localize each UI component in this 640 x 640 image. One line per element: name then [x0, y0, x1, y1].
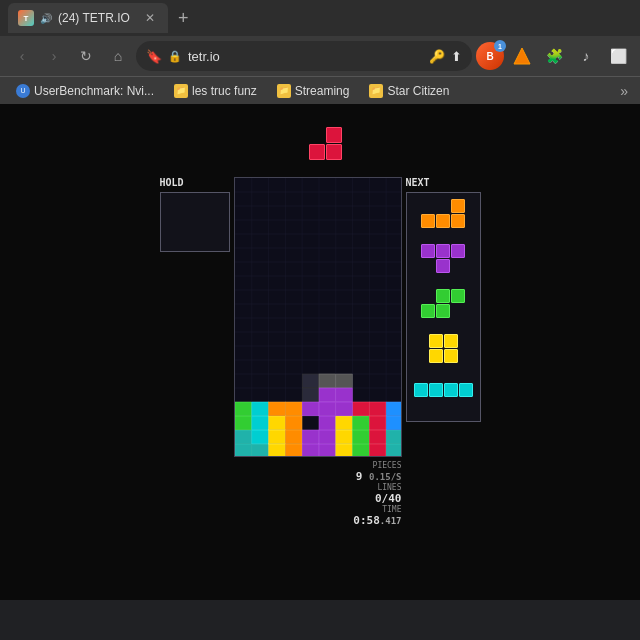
next-piece-3 — [421, 289, 465, 318]
svg-rect-57 — [285, 416, 302, 430]
pieces-value: 9 0.15/S — [356, 470, 402, 483]
svg-rect-48 — [302, 430, 319, 444]
svg-rect-66 — [285, 402, 302, 416]
svg-rect-58 — [319, 416, 336, 430]
svg-rect-36 — [268, 444, 285, 457]
folder-icon-streaming: 📁 — [277, 84, 291, 98]
svg-rect-62 — [386, 416, 402, 430]
bookmark-streaming-label: Streaming — [295, 84, 350, 98]
reload-button[interactable]: ↻ — [72, 42, 100, 70]
piece-cell — [309, 144, 325, 160]
new-tab-button[interactable]: + — [172, 8, 195, 29]
bookmark-userbenchmark-label: UserBenchmark: Nvi... — [34, 84, 154, 98]
stats-panel: PIECES 9 0.15/S LINES 0/40 TIME 0:58.417 — [234, 461, 402, 527]
svg-rect-72 — [319, 388, 336, 402]
svg-rect-30 — [302, 374, 319, 388]
time-value: 0:58.417 — [353, 514, 401, 527]
game-area: HOLD — [0, 104, 640, 600]
bookmark-les-truc-funz-label: les truc funz — [192, 84, 257, 98]
svg-rect-74 — [302, 402, 319, 416]
hold-label: HOLD — [160, 177, 230, 188]
svg-rect-75 — [319, 402, 336, 416]
svg-rect-64 — [251, 402, 268, 416]
bookmark-streaming[interactable]: 📁 Streaming — [269, 82, 358, 100]
bookmark-star-citizen[interactable]: 📁 Star Citizen — [361, 82, 457, 100]
site-lock-icon: 🔒 — [168, 50, 182, 63]
svg-rect-76 — [335, 402, 352, 416]
bookmarks-more-button[interactable]: » — [616, 81, 632, 101]
piece-cell — [343, 144, 359, 160]
bookmark-userbenchmark[interactable]: U UserBenchmark: Nvi... — [8, 82, 162, 100]
nav-bar: ‹ › ↻ ⌂ 🔖 🔒 tetr.io 🔑 ⬆ B 1 🧩 ♪ ⬜ — [0, 36, 640, 76]
password-icon: 🔑 — [429, 49, 445, 64]
tab-close-button[interactable]: ✕ — [142, 10, 158, 26]
screenshot-icon[interactable]: ⬜ — [604, 42, 632, 70]
hold-box — [160, 192, 230, 252]
tab-sound-icon: 🔊 — [40, 13, 52, 24]
pieces-stat: PIECES — [373, 461, 402, 470]
piece-cell — [326, 127, 342, 143]
svg-rect-61 — [369, 416, 386, 430]
svg-rect-59 — [335, 416, 352, 430]
piece-cell — [343, 127, 359, 143]
address-bar[interactable]: 🔖 🔒 tetr.io 🔑 ⬆ — [136, 41, 472, 71]
tetris-container: HOLD — [160, 177, 481, 527]
svg-rect-53 — [386, 430, 402, 444]
title-bar: T 🔊 (24) TETR.IO ✕ + — [0, 0, 640, 36]
folder-icon-les-truc-funz: 📁 — [174, 84, 188, 98]
brave-rewards-icon[interactable] — [508, 42, 536, 70]
falling-piece — [309, 127, 359, 160]
brave-shield-icon[interactable]: B 1 — [476, 42, 504, 70]
brave-badge: 1 — [494, 40, 506, 52]
svg-rect-52 — [369, 430, 386, 444]
bookmark-star-icon: 🔖 — [146, 49, 162, 64]
bookmark-star-citizen-label: Star Citizen — [387, 84, 449, 98]
time-stat: TIME — [382, 505, 401, 514]
svg-rect-73 — [335, 388, 352, 402]
svg-rect-39 — [319, 444, 336, 457]
svg-rect-44 — [235, 430, 252, 444]
next-piece-2 — [421, 244, 465, 273]
back-button[interactable]: ‹ — [8, 42, 36, 70]
svg-rect-68 — [369, 402, 386, 416]
svg-rect-54 — [235, 416, 252, 430]
next-piece-5 — [414, 383, 473, 397]
next-piece-4 — [429, 334, 458, 363]
svg-rect-31 — [302, 388, 319, 402]
home-button[interactable]: ⌂ — [104, 42, 132, 70]
svg-rect-70 — [319, 374, 336, 388]
svg-rect-65 — [268, 402, 285, 416]
svg-rect-51 — [352, 430, 369, 444]
forward-button[interactable]: › — [40, 42, 68, 70]
lines-stat: LINES — [377, 483, 401, 492]
svg-rect-35 — [251, 444, 268, 457]
svg-rect-40 — [335, 444, 352, 457]
svg-rect-69 — [386, 402, 402, 416]
svg-rect-46 — [268, 430, 285, 444]
userbenchmark-favicon: U — [16, 84, 30, 98]
svg-rect-56 — [268, 416, 285, 430]
lines-value: 0/40 — [375, 492, 402, 505]
music-icon[interactable]: ♪ — [572, 42, 600, 70]
svg-rect-55 — [251, 416, 268, 430]
tab-title: (24) TETR.IO — [58, 11, 136, 25]
svg-rect-63 — [235, 402, 252, 416]
nav-right-icons: B 1 🧩 ♪ ⬜ — [476, 42, 632, 70]
bookmark-les-truc-funz[interactable]: 📁 les truc funz — [166, 82, 265, 100]
svg-rect-67 — [352, 402, 369, 416]
game-board-svg — [234, 177, 402, 457]
bookmarks-bar: U UserBenchmark: Nvi... 📁 les truc funz … — [0, 76, 640, 104]
active-tab[interactable]: T 🔊 (24) TETR.IO ✕ — [8, 3, 168, 33]
extensions-icon[interactable]: 🧩 — [540, 42, 568, 70]
svg-rect-41 — [352, 444, 369, 457]
svg-rect-50 — [335, 430, 352, 444]
svg-rect-42 — [369, 444, 386, 457]
next-label: NEXT — [406, 177, 481, 188]
next-piece-1 — [421, 199, 465, 228]
svg-rect-45 — [251, 430, 268, 444]
address-text: tetr.io — [188, 49, 423, 64]
board-outer: PIECES 9 0.15/S LINES 0/40 TIME 0:58.417 — [234, 177, 402, 527]
svg-marker-0 — [514, 48, 530, 64]
folder-icon-star-citizen: 📁 — [369, 84, 383, 98]
svg-rect-43 — [386, 444, 402, 457]
